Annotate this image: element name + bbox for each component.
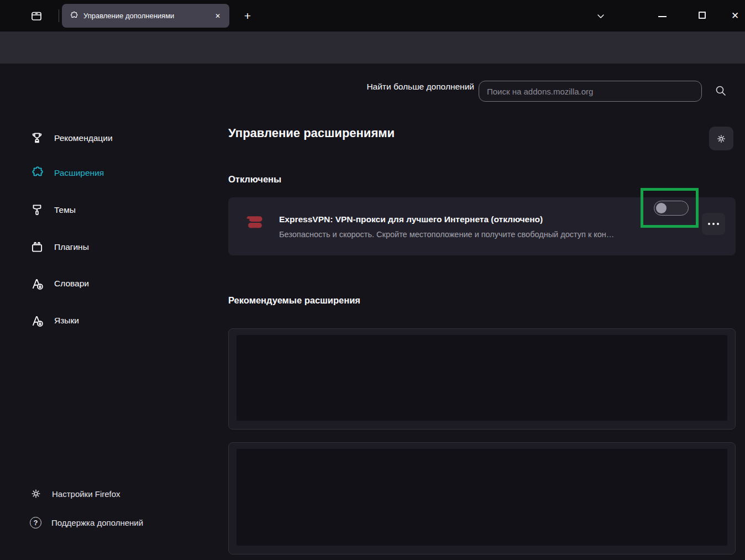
browser-window: Управление дополнениями ✕ + ✕ Firefox <box>0 0 745 560</box>
sidebar-item-extensions[interactable]: Расширения <box>22 162 199 184</box>
sidebar-item-dictionaries[interactable]: Словари <box>22 273 199 295</box>
puzzle-icon <box>30 166 44 180</box>
sidebar-item-label: Темы <box>54 205 76 215</box>
close-window-button[interactable]: ✕ <box>727 8 743 23</box>
language-icon <box>30 313 44 328</box>
placeholder-inner <box>237 449 727 546</box>
extension-more-options-button[interactable] <box>702 213 725 235</box>
sidebar-item-label: Поддержка дополнений <box>51 518 143 527</box>
annotation-highlight-box <box>641 188 699 228</box>
tab-title: Управление дополнениями <box>83 12 212 20</box>
tab-list-chevron-icon[interactable] <box>592 9 609 23</box>
addons-manager-page: Найти больше дополнений Рекомендации Рас… <box>0 64 745 560</box>
gear-icon <box>30 488 42 500</box>
container-box-icon <box>30 9 43 23</box>
puzzle-icon <box>69 11 78 20</box>
sidebar-item-label: Расширения <box>54 168 104 178</box>
page-title: Управление расширениями <box>228 126 395 140</box>
plugin-icon <box>30 240 44 254</box>
trophy-icon <box>30 131 44 145</box>
sidebar-item-firefox-settings[interactable]: Настройки Firefox <box>22 483 199 505</box>
dictionary-icon <box>30 276 44 291</box>
firefox-view-button[interactable] <box>28 8 45 24</box>
sidebar-item-languages[interactable]: Языки <box>22 310 199 332</box>
navigation-toolbar: Firefox about:addons <box>0 32 745 64</box>
sidebar-item-recommendations[interactable]: Рекомендации <box>22 127 199 149</box>
tab-separator <box>59 9 59 22</box>
minimize-button[interactable] <box>658 16 667 17</box>
extension-description: Безопасность и скорость. Скройте местопо… <box>279 230 614 239</box>
section-title-recommended: Рекомендуемые расширения <box>228 295 360 306</box>
tab-bar: Управление дополнениями ✕ + ✕ <box>0 0 745 32</box>
maximize-button[interactable] <box>699 12 706 19</box>
recommended-card-placeholder <box>228 328 736 430</box>
search-icon[interactable] <box>714 84 727 97</box>
section-title-disabled: Отключены <box>228 174 281 185</box>
gear-icon <box>716 133 727 144</box>
placeholder-inner <box>237 335 727 421</box>
new-tab-button[interactable]: + <box>239 7 256 25</box>
sidebar-item-label: Языки <box>54 316 79 326</box>
extension-name[interactable]: ExpressVPN: VPN-прокси для лучшего Интер… <box>279 214 543 224</box>
addons-search-input[interactable] <box>479 81 702 102</box>
sidebar-item-label: Словари <box>54 279 89 289</box>
sidebar-item-plugins[interactable]: Плагины <box>22 236 199 258</box>
tools-for-all-addons-button[interactable] <box>709 127 733 150</box>
paintbrush-icon <box>30 203 44 217</box>
sidebar-item-label: Рекомендации <box>54 133 113 143</box>
search-label: Найти больше дополнений <box>366 82 474 92</box>
tab-close-icon[interactable]: ✕ <box>212 11 224 22</box>
sidebar-item-addons-support[interactable]: ? Поддержка дополнений <box>22 511 199 533</box>
expressvpn-logo-icon <box>243 210 267 234</box>
recommended-card-placeholder <box>228 442 736 554</box>
help-icon: ? <box>30 517 41 528</box>
sidebar-item-label: Плагины <box>54 242 89 252</box>
sidebar-item-themes[interactable]: Темы <box>22 199 199 221</box>
tab-addons-manager[interactable]: Управление дополнениями ✕ <box>62 4 229 28</box>
sidebar-item-label: Настройки Firefox <box>52 489 120 499</box>
